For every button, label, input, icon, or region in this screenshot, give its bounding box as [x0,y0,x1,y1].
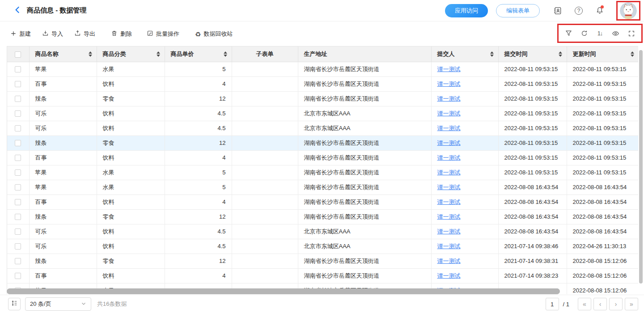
row-checkbox[interactable] [15,243,21,250]
refresh-icon[interactable] [580,30,588,37]
submitter-link[interactable]: 谭一测试 [437,228,461,235]
price-cell: 4 [165,76,232,91]
subform-cell [232,62,298,76]
submitter-link[interactable]: 谭一测试 [437,154,461,161]
last-page-button[interactable]: » [625,298,638,310]
column-header-category[interactable]: 商品分类 [97,47,165,62]
row-checkbox[interactable] [15,81,21,87]
category-cell: 零食 [97,135,165,150]
name-cell: 辣条 [29,91,97,106]
next-page-button[interactable]: › [609,298,623,310]
name-cell: 百事 [29,195,97,209]
app-access-button[interactable]: 应用访问 [445,4,488,17]
column-header-name[interactable]: 商品名称 [29,47,97,62]
category-cell: 饮料 [97,195,165,209]
first-page-button[interactable]: « [578,298,591,310]
user-avatar[interactable] [620,2,637,19]
submitter-link[interactable]: 谭一测试 [437,169,461,176]
table-row: 苹果水果5湖南省长沙市岳麓区天顶街道谭一测试2022-08-08 16:43:5… [7,180,638,195]
row-checkbox[interactable] [15,66,21,72]
prev-page-button[interactable]: ‹ [593,298,607,310]
row-checkbox[interactable] [15,110,21,117]
row-checkbox[interactable] [15,199,21,205]
fullscreen-icon[interactable] [627,30,635,37]
recycle-bin-button[interactable]: ♻ 数据回收站 [195,30,233,38]
row-checkbox[interactable] [15,96,21,102]
create-button[interactable]: 新建 [10,30,31,38]
row-checkbox[interactable] [15,228,21,235]
column-header-price[interactable]: 商品单价 [165,47,232,62]
submitter-link[interactable]: 谭一测试 [437,80,461,87]
sort-carets-icon[interactable] [490,51,494,57]
horizontal-scrollbar[interactable] [7,288,560,294]
row-checkbox[interactable] [15,169,21,176]
vertical-scrollbar[interactable] [639,50,643,283]
select-all-checkbox[interactable] [15,51,21,58]
batch-operations-button[interactable]: 批量操作 [147,30,179,38]
submitter-link[interactable]: 谭一测试 [437,140,461,146]
help-icon[interactable] [574,6,583,15]
update_time-cell: 2022-08-08 16:43:54 [567,180,638,195]
import-button[interactable]: 导入 [42,30,63,38]
price-cell: 4.5 [165,106,232,121]
submitter-link[interactable]: 谭一测试 [437,184,461,190]
row-height-button[interactable] [8,298,21,310]
row-checkbox[interactable] [15,214,21,220]
contacts-icon[interactable] [553,6,562,15]
export-button[interactable]: 导出 [74,30,95,38]
sort-carets-icon[interactable] [157,51,160,57]
row-checkbox[interactable] [15,125,21,131]
sort-carets-icon[interactable] [89,51,92,57]
row-checkbox[interactable] [15,273,21,279]
current-page-input[interactable]: 1 [546,298,559,310]
address-cell: 湖南省长沙市岳麓区天顶街道 [298,180,431,195]
subform-cell [232,150,298,165]
back-button[interactable] [13,6,21,16]
submitter-link[interactable]: 谭一测试 [437,199,461,205]
filter-icon[interactable] [565,30,572,37]
data-management-page: 商品信息 - 数据管理 应用访问 编辑表单 [0,0,644,313]
column-header-update_time[interactable]: 更新时间 [567,47,638,62]
notification-bell-icon[interactable] [595,6,604,15]
row-select-cell [7,76,29,91]
submitter-link[interactable]: 谭一测试 [437,95,461,102]
submitter-link[interactable]: 谭一测试 [437,66,461,72]
row-checkbox[interactable] [15,258,21,264]
update_time-cell: 2022-08-08 16:43:54 [567,209,638,224]
page-total-label: / 1 [563,301,569,308]
row-checkbox[interactable] [15,140,21,146]
submitter-link[interactable]: 谭一测试 [437,213,461,220]
sort-icon[interactable] [596,30,604,37]
submitter-link[interactable]: 谭一测试 [437,243,461,250]
column-visibility-icon[interactable] [612,30,619,37]
submitter-cell: 谭一测试 [431,209,498,224]
name-cell: 辣条 [29,254,97,268]
page-size-select[interactable]: 20 条/页 [25,297,91,311]
table-row: 百事饮料4湖南省长沙市岳麓区天顶街道谭一测试2022-08-08 16:43:5… [7,195,638,209]
delete-button[interactable]: 删除 [111,30,132,38]
submitter-cell: 谭一测试 [431,239,498,254]
row-checkbox[interactable] [15,155,21,161]
top-bar: 商品信息 - 数据管理 应用访问 编辑表单 [0,0,644,21]
row-select-cell [7,268,29,283]
sort-carets-icon[interactable] [631,51,634,57]
submitter-link[interactable]: 谭一测试 [437,110,461,117]
sort-carets-icon[interactable] [559,51,562,57]
table-row: 可乐饮料4.5北京市东城区AAA谭一测试2022-08-11 09:53:152… [7,106,638,121]
column-header-submitter[interactable]: 提交人 [431,47,498,62]
submitter-link[interactable]: 谭一测试 [437,258,461,264]
data-table: 商品名称商品分类商品单价子表单生产地址提交人提交时间更新时间 苹果水果5湖南省长… [7,46,638,294]
submitter-link[interactable]: 谭一测试 [437,125,461,131]
submit_time-cell: 2022-08-11 09:53:15 [498,76,567,91]
subform-cell [232,239,298,254]
row-checkbox[interactable] [15,184,21,190]
edit-form-button[interactable]: 编辑表单 [496,4,540,17]
table-row: 百事饮料4湖南省长沙市岳麓区天顶街道谭一测试2021-07-14 09:38:2… [7,268,638,283]
column-header-submit_time[interactable]: 提交时间 [498,47,567,62]
category-cell: 水果 [97,180,165,195]
sort-carets-icon[interactable] [224,51,227,57]
update_time-cell: 2022-08-08 15:12:06 [567,254,638,268]
price-cell: 5 [165,62,232,76]
column-label: 提交时间 [504,50,528,58]
submitter-link[interactable]: 谭一测试 [437,272,461,279]
